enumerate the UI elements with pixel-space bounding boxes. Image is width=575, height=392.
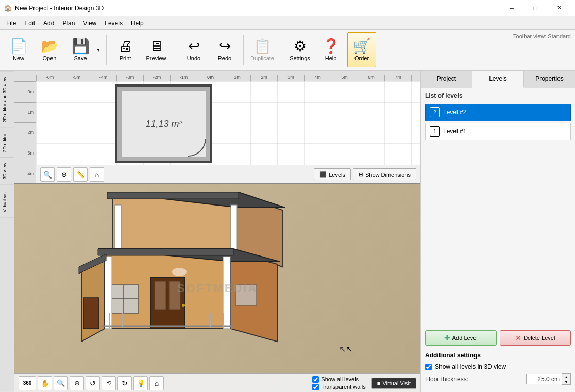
transparent-walls-checkbox[interactable] [312,384,319,390]
svg-rect-5 [231,205,237,251]
toolbar-separator-2 [175,35,175,65]
editor-2d[interactable]: -6m -5m -4m -3m -2m -1m 0m 1m 2m 3m 4m 5… [14,71,420,184]
vtab-2d-3d[interactable]: 2D editor and 3D view [0,71,14,128]
minimize-button[interactable]: ─ [500,0,523,16]
tab-levels[interactable]: Levels [472,71,524,88]
settings-icon: ⚙ [294,39,307,54]
vtab-2d[interactable]: 2D editor [0,128,14,158]
zoom-out-button[interactable]: 🔍 [40,167,55,182]
home-2d-button[interactable]: ⌂ [90,167,104,182]
delete-level-button[interactable]: ✕ Delete Level [500,330,571,346]
floor-thickness-input[interactable] [526,374,562,384]
toolbar-3d: 360 ✋ 🔍 ⊕ ↺ ⟲ ↻ [14,373,420,392]
transparent-walls-label[interactable]: Transparent walls [312,384,365,390]
help-icon: ❓ [322,39,340,54]
menu-view[interactable]: View [79,19,100,28]
zoom-in-button[interactable]: ⊕ [57,167,71,182]
open-button[interactable]: 📂 Open [35,32,64,67]
level-item-2[interactable]: 2 Level #2 [425,104,571,121]
redo-icon: ↪ [219,39,231,54]
spinner-down-button[interactable]: ▼ [562,379,570,384]
toolbar-2d: 🔍 ⊕ 📏 ⌂ ⬛ Levels ⊞ Show Dimensions [36,165,420,183]
menu-file[interactable]: File [2,19,20,28]
canvas-2d[interactable]: 11,13 m² [36,81,420,165]
floor-plan[interactable]: 11,13 m² [115,84,212,163]
rotate-cw-button[interactable]: ↻ [117,376,132,390]
virtual-visit-button[interactable]: ■ Virtual Visit [371,378,416,389]
open-icon: 📂 [41,39,59,54]
tab-project[interactable]: Project [421,71,472,88]
save-dropdown-arrow[interactable]: ▼ [95,32,102,67]
show-all-levels-3d-label[interactable]: Show all levels in 3D view [435,363,506,370]
home-3d-icon: ⌂ [155,379,159,387]
restore-button[interactable]: □ [523,0,547,16]
level-2-number: 2 [430,107,440,117]
light-button[interactable]: 💡 [133,376,148,390]
menu-add[interactable]: Add [39,19,58,28]
rotate-h-button[interactable]: ⟲ [102,376,116,390]
floor-thickness-spinner: ▲ ▼ [526,373,571,385]
show-all-levels-checkbox[interactable] [312,376,319,383]
panel-footer: ✚ Add Level ✕ Delete Level Additional se… [421,326,575,392]
svg-point-28 [172,268,187,276]
home-3d-button[interactable]: ⌂ [149,376,164,390]
level-1-label: Level #1 [443,128,466,135]
undo-button[interactable]: ↩ Undo [179,32,208,67]
window-title: New Project - Interior Design 3D [15,5,500,12]
level-item-1[interactable]: 1 Level #1 [425,123,571,140]
print-button[interactable]: 🖨 Print [111,32,140,67]
spinner-up-button[interactable]: ▲ [562,374,570,379]
vtab-virtual[interactable]: Virtual visit [0,184,14,217]
rotate-cw-icon: ↻ [122,379,128,387]
tab-properties[interactable]: Properties [524,71,575,88]
levels-section-title: List of levels [425,92,571,99]
toolbar-separator-1 [106,35,107,65]
settings-button[interactable]: ⚙ Settings [285,32,314,67]
delete-level-icon: ✕ [515,334,521,342]
virtual-visit-label: Virtual Visit [382,380,411,386]
panel-tabs: Project Levels Properties [421,71,575,88]
view-3d[interactable]: SOFTMEDIA ↖ 360 ✋ 🔍 ⊕ ↺ ⟲ [14,184,420,392]
show-all-levels-3d-checkbox[interactable] [425,364,432,370]
vtab-3d[interactable]: 3D view [0,157,14,184]
levels-button[interactable]: ⬛ Levels [314,168,351,180]
menu-edit[interactable]: Edit [20,19,39,28]
svg-marker-3 [107,192,239,199]
ruler-vertical: 0m 1m 2m 3m 4m [14,81,36,183]
app-icon: 🏠 [4,5,12,12]
help-button[interactable]: ❓ Help [316,32,345,67]
floor-thickness-row: Floor thickness: ▲ ▼ [425,373,571,385]
level-2-label: Level #2 [443,109,466,116]
menu-levels[interactable]: Levels [100,19,127,28]
zoom-in-icon: ⊕ [61,171,67,178]
menubar: File Edit Add Plan View Levels Help [0,16,575,30]
zoom-out-3d-icon: 🔍 [57,379,65,387]
delete-level-label: Delete Level [523,335,555,341]
measure-button[interactable]: 📏 [73,167,88,182]
add-level-label: Add Level [452,335,478,341]
save-button[interactable]: 💾 Save [66,32,95,67]
redo-button[interactable]: ↪ Redo [210,32,239,67]
show-dimensions-button[interactable]: ⊞ Show Dimensions [353,168,416,180]
titlebar: 🏠 New Project - Interior Design 3D ─ □ ✕ [0,0,575,16]
close-button[interactable]: ✕ [547,0,571,16]
svg-rect-17 [105,257,112,329]
zoom-out-3d-button[interactable]: 🔍 [54,376,68,390]
right-panel: Project Levels Properties List of levels… [420,71,575,392]
add-level-button[interactable]: ✚ Add Level [425,330,497,346]
light-icon: 💡 [137,379,145,387]
preview-button[interactable]: 🖥 Preview [142,32,171,67]
pan-button[interactable]: ✋ [38,376,52,390]
zoom-in-3d-button[interactable]: ⊕ [70,376,84,390]
toolbar: 📄 New 📂 Open 💾 Save ▼ 🖨 Print 🖥 Preview … [0,30,575,71]
360-view-button[interactable]: 360 [19,376,36,390]
duplicate-button[interactable]: 📋 Duplicate [248,32,277,67]
order-button[interactable]: 🛒 Order [347,32,376,67]
menu-plan[interactable]: Plan [58,19,79,28]
menu-help[interactable]: Help [127,19,148,28]
show-all-levels-label[interactable]: Show all levels [312,376,365,383]
new-button[interactable]: 📄 New [4,32,33,67]
virtual-visit-icon: ■ [377,380,381,386]
window-controls: ─ □ ✕ [500,0,571,16]
rotate-ccw-button[interactable]: ↺ [86,376,100,390]
